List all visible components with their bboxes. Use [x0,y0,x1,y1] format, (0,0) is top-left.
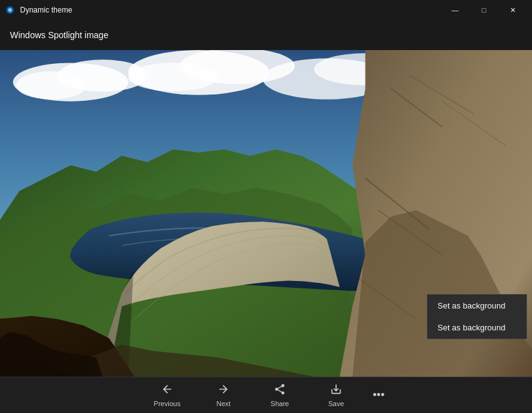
minimize-button[interactable]: — [441,0,469,20]
share-label: Share [270,400,289,407]
window-title: Dynamic theme [20,6,72,14]
next-label: Next [217,400,231,407]
page-title: Windows Spotlight image [10,30,108,40]
title-bar: Dynamic theme — □ ✕ [0,0,532,20]
close-button[interactable]: ✕ [498,0,527,20]
svg-point-5 [16,71,87,99]
svg-point-1 [8,8,12,12]
title-bar-left: Dynamic theme [5,5,72,15]
share-button[interactable]: Share [252,377,308,414]
maximize-button[interactable]: □ [469,0,498,20]
context-menu: Set as background Set as background [427,294,527,339]
save-button[interactable]: Save [308,377,364,414]
share-icon [274,383,286,397]
next-icon [217,383,230,397]
set-as-background-2[interactable]: Set as background [427,317,526,339]
image-area: Set as background Set as background [0,50,532,377]
title-bar-controls: — □ ✕ [441,0,527,20]
app-icon [5,5,15,15]
header: Windows Spotlight image [0,20,532,50]
toolbar: Previous Next Share Save ••• [0,377,532,413]
svg-point-8 [128,63,218,91]
save-icon [330,383,342,397]
more-button[interactable]: ••• [364,377,393,414]
next-button[interactable]: Next [195,377,252,414]
set-as-background-1[interactable]: Set as background [427,295,526,317]
app-window: Dynamic theme — □ ✕ Windows Spotlight im… [0,0,532,413]
save-label: Save [328,400,344,407]
previous-button[interactable]: Previous [139,377,195,414]
previous-icon [161,383,173,397]
previous-label: Previous [154,400,181,407]
